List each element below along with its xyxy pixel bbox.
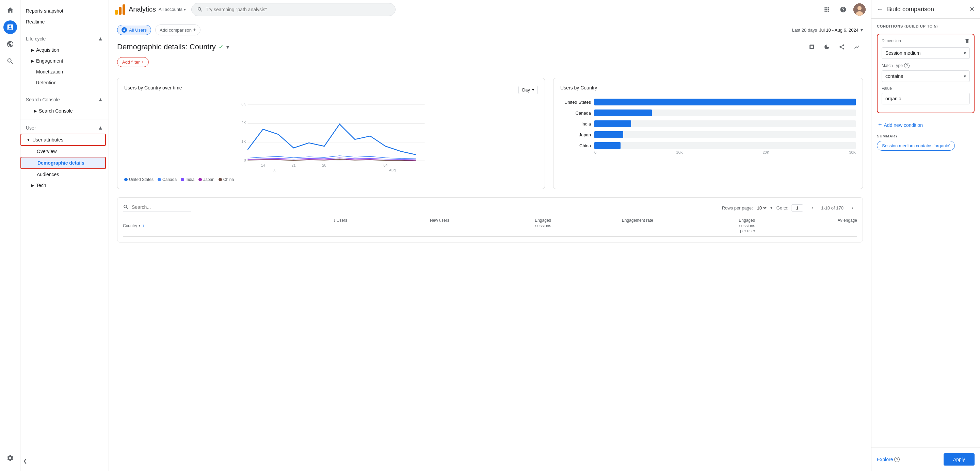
add-comparison-label: Add comparison: [160, 27, 192, 33]
explore-button[interactable]: Explore ?: [877, 457, 900, 462]
sidebar-item-reports-snapshot[interactable]: Reports snapshot: [21, 5, 106, 16]
reports-nav-icon[interactable]: [3, 21, 17, 34]
sidebar-item-tech[interactable]: ▶Tech: [21, 180, 106, 191]
match-type-label: Match Type: [881, 63, 903, 68]
last-days-label: Last 28 days: [792, 27, 817, 33]
table-area: Rows per page: 10 25 50 ▾ Go to: ‹ 1-10 …: [117, 197, 863, 243]
search-bar[interactable]: [191, 3, 396, 16]
col-header-new-users[interactable]: New users: [347, 218, 449, 233]
bar-chart-container: United States Canada India Japan: [560, 98, 856, 149]
col-header-avg-engagement[interactable]: Av engage: [755, 218, 857, 233]
engagement-label: Engagement: [36, 58, 63, 63]
chart-type-button[interactable]: [851, 41, 863, 53]
search-input[interactable]: [205, 7, 390, 12]
search-nav-icon[interactable]: [3, 54, 17, 68]
sidebar-item-engagement[interactable]: ▶Engagement: [21, 56, 106, 66]
all-users-segment-chip[interactable]: A All Users: [117, 25, 151, 35]
svg-text:Jul: Jul: [273, 168, 277, 172]
insight-button[interactable]: [821, 41, 833, 53]
col-header-users[interactable]: ↓ Users: [245, 218, 348, 233]
rows-per-page-select[interactable]: 10 25 50: [756, 205, 768, 211]
sidebar-item-overview[interactable]: Overview: [21, 146, 106, 157]
add-filter-button[interactable]: Add filter +: [117, 57, 149, 67]
svg-rect-2: [123, 5, 125, 14]
sidebar-lifecycle-group: ▶Acquisition ▶Engagement ▶Monetization ▶…: [21, 44, 108, 88]
svg-text:28: 28: [322, 163, 326, 167]
value-input-wrapper[interactable]: organic: [881, 93, 970, 105]
legend-ca: Canada: [158, 177, 177, 182]
pagination-next-button[interactable]: ›: [848, 203, 857, 213]
dimension-label: Dimension: [881, 38, 901, 43]
dimension-value: Session medium: [885, 50, 921, 56]
sidebar-search-console-header[interactable]: Search Console ▲: [21, 94, 108, 105]
line-chart-svg: 3K 2K 1K 0: [124, 98, 538, 173]
logo-area: Analytics All accounts ▾: [115, 4, 186, 15]
user-header-label: User: [26, 125, 36, 131]
match-type-select-wrapper[interactable]: contains ▾: [881, 70, 970, 82]
col-header-country[interactable]: Country ▾ +: [123, 218, 245, 233]
sidebar-item-monetization[interactable]: ▶Monetization: [21, 66, 106, 77]
table-search-input[interactable]: [132, 205, 191, 210]
sidebar-item-demographic-details[interactable]: Demographic details: [21, 157, 106, 169]
match-type-help-icon[interactable]: ?: [904, 63, 910, 68]
apply-button[interactable]: Apply: [943, 453, 975, 466]
table-toolbar: Rows per page: 10 25 50 ▾ Go to: ‹ 1-10 …: [123, 203, 857, 213]
svg-text:Aug: Aug: [389, 168, 396, 172]
add-condition-label: Add new condition: [884, 122, 923, 128]
add-comparison-button[interactable]: Add comparison +: [155, 24, 200, 35]
sidebar-item-realtime[interactable]: Realtime: [21, 16, 106, 27]
dimension-row: Dimension: [881, 38, 970, 45]
title-area: Demographic details: Country ✓ ▾: [117, 41, 863, 74]
avatar[interactable]: [853, 3, 865, 16]
retention-label: Retention: [36, 80, 57, 86]
sidebar-item-search-console[interactable]: ▶Search Console: [21, 105, 106, 116]
settings-nav-icon[interactable]: [3, 451, 17, 465]
help-icon[interactable]: [837, 3, 849, 16]
sidebar-item-acquisition[interactable]: ▶Acquisition: [21, 44, 106, 56]
panel-close-button[interactable]: ✕: [969, 5, 975, 13]
top-header: Analytics All accounts ▾: [109, 0, 871, 19]
sidebar-item-retention[interactable]: ▶Retention: [21, 77, 106, 88]
col-country-add-icon[interactable]: +: [142, 223, 145, 228]
goto-input[interactable]: [791, 205, 803, 211]
line-chart-legend: United States Canada India Japan China: [124, 177, 538, 182]
sidebar-divider-1: [21, 30, 108, 30]
pagination-info: 1-10 of 170: [821, 205, 843, 211]
day-selector[interactable]: Day ▾: [519, 86, 538, 94]
pagination-prev-button[interactable]: ‹: [807, 203, 817, 213]
bar-axis: 010K20K30K: [594, 150, 856, 154]
dimension-delete-button[interactable]: [964, 38, 970, 45]
sidebar-collapse-button[interactable]: ❮: [21, 456, 30, 466]
explore-help-icon[interactable]: ?: [894, 457, 900, 462]
col-header-engaged-sessions[interactable]: Engaged sessions: [449, 218, 552, 233]
share-button[interactable]: [836, 41, 848, 53]
col-header-engaged-sessions-per-user[interactable]: Engaged sessions per user: [653, 218, 755, 233]
home-nav-icon[interactable]: [3, 3, 17, 17]
rows-chevron-icon: ▾: [770, 205, 772, 210]
sidebar-collapse-area: ❮: [21, 456, 30, 466]
dimension-select-wrapper[interactable]: Session medium ▾: [881, 47, 970, 59]
summary-label: SUMMARY: [877, 134, 975, 138]
audience-nav-icon[interactable]: [3, 37, 17, 51]
sidebar-item-user-attributes[interactable]: ▼ User attributes: [21, 134, 106, 146]
col-header-engagement-rate[interactable]: Engagement rate: [551, 218, 653, 233]
add-condition-button[interactable]: + Add new condition: [877, 119, 975, 131]
search-console-chevron-icon: ▲: [98, 97, 103, 103]
col-country-label: Country: [123, 224, 137, 228]
value-text: organic: [885, 96, 901, 101]
user-attributes-label: User attributes: [32, 137, 63, 143]
engagement-arrow-icon: ▶: [31, 59, 34, 63]
sidebar-user-header[interactable]: User ▲: [21, 122, 108, 134]
account-selector[interactable]: All accounts ▾: [159, 7, 186, 12]
apps-grid-icon[interactable]: [821, 3, 833, 16]
date-range-selector[interactable]: Last 28 days Jul 10 - Aug 6, 2024 ▾: [792, 27, 863, 33]
panel-title: Build comparison: [887, 6, 966, 13]
title-dropdown-icon[interactable]: ▾: [226, 44, 229, 50]
sidebar-lifecycle-header[interactable]: Life cycle ▲: [21, 33, 108, 44]
day-selector-label: Day: [522, 87, 530, 92]
sidebar-realtime-label: Realtime: [26, 19, 45, 24]
sidebar-item-audiences[interactable]: Audiences: [21, 169, 106, 180]
comparison-view-button[interactable]: [806, 41, 818, 53]
panel-back-button[interactable]: ←: [877, 6, 883, 13]
col-engagement-rate-label: Engagement rate: [622, 218, 653, 223]
